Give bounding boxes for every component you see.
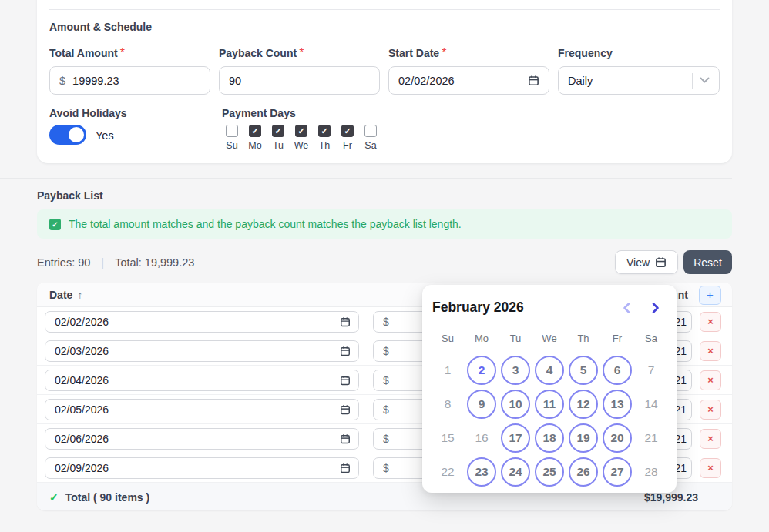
calendar-icon[interactable]	[340, 375, 351, 386]
date-picker-popup: February 2026 Su Mo Tu We Th Fr Sa 1 2 3…	[422, 285, 677, 493]
calendar-day[interactable]: 7	[634, 353, 668, 387]
calendar-day[interactable]: 9	[465, 387, 499, 421]
calendar-day[interactable]: 23	[465, 455, 499, 489]
payment-day-th: ✓ Th	[315, 125, 334, 151]
calendar-day[interactable]: 10	[499, 387, 532, 421]
calendar-day[interactable]: 2	[465, 353, 499, 387]
payback-count-input[interactable]: 90	[219, 66, 380, 95]
row-date-input[interactable]: 02/04/2026	[45, 370, 359, 391]
payment-day-mo: ✓ Mo	[246, 125, 264, 151]
row-date-value: 02/05/2026	[55, 403, 109, 416]
toggle-knob	[69, 127, 84, 142]
sort-ascending-icon: ↑	[77, 289, 82, 301]
currency-prefix: $	[383, 374, 389, 386]
calendar-day[interactable]: 13	[600, 387, 634, 421]
row-date-input[interactable]: 02/09/2026	[45, 457, 359, 479]
payback-count-field: Payback Count*	[219, 46, 380, 60]
calendar-day[interactable]: 22	[431, 455, 465, 489]
day-name: Th	[566, 333, 600, 344]
calendar-day[interactable]: 1	[431, 353, 465, 387]
chevron-right-icon	[649, 302, 661, 314]
payment-day-checkbox-mo[interactable]: ✓	[249, 125, 261, 137]
payment-day-checkbox-we[interactable]: ✓	[295, 125, 307, 137]
calendar-day[interactable]: 4	[532, 353, 566, 387]
calendar-day[interactable]: 3	[499, 353, 532, 387]
delete-row-button[interactable]: ×	[700, 429, 721, 449]
payment-days-label: Payment Days	[222, 107, 296, 119]
calendar-day[interactable]: 28	[634, 455, 668, 489]
currency-prefix: $	[383, 345, 389, 357]
start-date-input[interactable]: 02/02/2026	[388, 66, 549, 95]
reset-button[interactable]: Reset	[683, 250, 732, 274]
calendar-day[interactable]: 25	[532, 455, 566, 489]
chevron-left-icon	[621, 302, 633, 314]
row-date-input[interactable]: 02/05/2026	[45, 399, 359, 420]
calendar-icon[interactable]	[340, 404, 351, 415]
check-icon: ✓	[344, 126, 351, 136]
payment-day-checkbox-tu[interactable]: ✓	[272, 125, 284, 137]
chevron-down-icon	[700, 77, 710, 84]
previous-month-button[interactable]	[621, 302, 633, 314]
payment-day-label: Mo	[248, 140, 261, 151]
check-icon: ✓	[297, 126, 304, 136]
view-button-label: View	[626, 256, 650, 269]
total-amount-input[interactable]: $ 19999.23	[49, 66, 210, 95]
frequency-field: Frequency	[558, 46, 720, 60]
calendar-day[interactable]: 8	[431, 387, 465, 421]
footer-total-value: $19,999.23	[644, 491, 698, 504]
add-row-button[interactable]: +	[699, 286, 721, 305]
calendar-day[interactable]: 21	[634, 421, 668, 455]
calendar-day[interactable]: 15	[431, 421, 465, 455]
row-date-input[interactable]: 02/02/2026	[45, 311, 359, 333]
payment-day-fr: ✓ Fr	[338, 125, 357, 151]
required-marker: *	[442, 46, 446, 59]
payment-day-checkbox-fr[interactable]: ✓	[341, 125, 354, 137]
payback-count-value: 90	[229, 75, 241, 87]
calendar-day[interactable]: 24	[499, 455, 532, 489]
column-header-date[interactable]: Date↑	[49, 289, 82, 301]
delete-row-button[interactable]: ×	[700, 370, 721, 390]
payment-day-label: Tu	[273, 140, 284, 151]
row-date-input[interactable]: 02/03/2026	[45, 340, 359, 362]
day-name: Tu	[499, 333, 532, 344]
amount-schedule-heading: Amount & Schedule	[49, 21, 152, 33]
delete-row-button[interactable]: ×	[700, 400, 721, 420]
calendar-icon[interactable]	[340, 463, 351, 473]
calendar-icon[interactable]	[340, 433, 351, 444]
calendar-day[interactable]: 20	[600, 421, 634, 455]
next-month-button[interactable]	[649, 302, 661, 314]
calendar-day[interactable]: 11	[532, 387, 566, 421]
currency-prefix: $	[383, 403, 389, 416]
required-marker: *	[299, 46, 304, 59]
separator: |	[101, 256, 104, 269]
calendar-day[interactable]: 27	[600, 455, 634, 489]
avoid-holidays-toggle[interactable]	[49, 125, 86, 145]
calendar-icon[interactable]	[528, 75, 539, 86]
view-button[interactable]: View	[615, 250, 678, 274]
day-name: We	[532, 333, 566, 344]
delete-row-button[interactable]: ×	[700, 341, 721, 361]
payment-day-label: Fr	[343, 140, 352, 151]
frequency-select[interactable]: Daily	[558, 66, 720, 95]
calendar-icon[interactable]	[340, 316, 351, 327]
delete-row-button[interactable]: ×	[700, 458, 721, 478]
frequency-value: Daily	[568, 75, 593, 87]
payment-day-checkbox-sa[interactable]: ✓	[364, 125, 377, 137]
check-icon: ✓	[274, 126, 281, 136]
calendar-day[interactable]: 12	[566, 387, 600, 421]
payment-day-checkbox-su[interactable]: ✓	[226, 125, 238, 137]
calendar-day[interactable]: 6	[600, 353, 634, 387]
calendar-icon[interactable]	[340, 346, 351, 356]
row-date-input[interactable]: 02/06/2026	[45, 428, 359, 450]
calendar-day[interactable]: 14	[634, 387, 668, 421]
avoid-holidays-label: Avoid Holidays	[49, 107, 127, 119]
calendar-day[interactable]: 17	[499, 421, 532, 455]
delete-row-button[interactable]: ×	[700, 312, 721, 332]
calendar-day[interactable]: 16	[465, 421, 499, 455]
calendar-day[interactable]: 18	[532, 421, 566, 455]
payment-day-label: We	[294, 140, 309, 151]
calendar-day[interactable]: 26	[566, 455, 600, 489]
payment-day-checkbox-th[interactable]: ✓	[318, 125, 331, 137]
calendar-day[interactable]: 19	[566, 421, 600, 455]
calendar-day[interactable]: 5	[566, 353, 600, 387]
